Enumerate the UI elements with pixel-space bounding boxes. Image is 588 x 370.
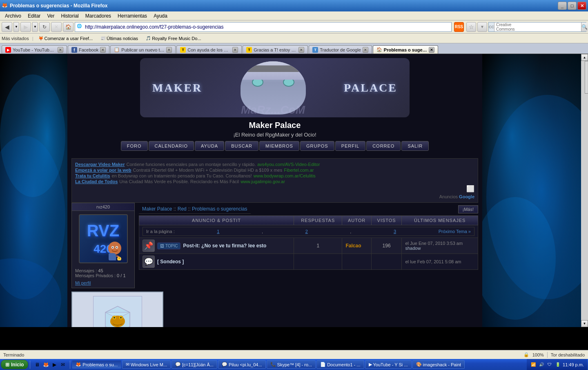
reload-button[interactable]: ↻ [39,22,50,32]
last-user-link-0[interactable]: shadow [405,246,421,251]
scroll-down-button[interactable]: ▼ [581,320,588,327]
taskbar-item-0[interactable]: 🦊 Problemas o su... [72,360,121,369]
page-2-link[interactable]: 2 [305,229,308,234]
back-dropdown[interactable]: ▼ [13,22,19,32]
menu-herramientas[interactable]: Herramientas [114,12,150,20]
user-avatar: RVZ420 [79,214,128,263]
tray-security[interactable]: 🛡 [546,361,553,368]
bookmark-star[interactable]: ☆ [466,22,476,32]
tab-problemas-close[interactable]: ✕ [429,47,434,53]
tab-traductor[interactable]: T Traductor de Google ✕ [309,45,372,54]
scroll-thumb[interactable] [585,61,588,94]
breadcrumb-link-1[interactable]: Red [178,206,187,212]
nav-ayuda[interactable]: Ayuda [195,141,224,151]
user-profile-link[interactable]: Mi perfil [72,280,134,288]
menu-editar[interactable]: Editar [24,12,44,20]
ql-desktop[interactable]: 🖥 [33,361,41,368]
ad-title-0[interactable]: Descargar Video Maker [75,162,125,167]
tab-gracias[interactable]: T Gracias a T! estoy en una pu... ✕ [243,45,308,54]
menu-ayuda[interactable]: Ayuda [150,12,171,20]
topic-title-1[interactable]: [ Sondeos ] [157,259,184,265]
nav-buscar[interactable]: Buscar [225,141,258,151]
tab-traductor-close[interactable]: ✕ [363,47,368,53]
menu-marcadores[interactable]: Marcadores [82,12,114,20]
nav-perfil[interactable]: Perfil [335,141,366,151]
tab-new-topic-close[interactable]: ✕ [166,47,172,53]
ql-firefox[interactable]: 🦊 [42,361,49,368]
scroll-up-button[interactable]: ▲ [581,54,588,61]
new-topic-favicon: 📋 [114,47,120,53]
menu-ver[interactable]: Ver [44,12,58,20]
nav-correo[interactable]: Correo [366,141,401,151]
tab-facebook[interactable]: f Facebook ✕ [68,45,109,54]
taskbar-icon-2: 💬 [175,362,181,367]
tab-gracias-close[interactable]: ✕ [298,47,304,53]
nav-grupos[interactable]: Grupos [300,141,334,151]
next-topic-link[interactable]: Próximo Tema » [439,229,471,234]
bookmark-news[interactable]: 📰 Últimas noticias [97,34,141,43]
breadcrumb-link-0[interactable]: Maker Palace [142,206,172,212]
tab-youtube[interactable]: ▶ YouTube - YouTube de rodrig... ✕ [2,45,67,54]
page-1-link[interactable]: 1 [217,229,219,234]
ql-messenger[interactable]: ✉ [59,361,67,368]
tray-volume[interactable]: 🔊 [538,361,545,368]
topic-title-0[interactable]: Post-it: ¿No se ve tu firma? lee esto [183,243,266,249]
pagination-row: Ir a la página : 1 , 2 , 3 Próximo Tema … [139,225,478,238]
taskbar: ⊞ Inicio 🖥 🦊 ▶ ✉ 🦊 Problemas o su... ✉ W… [0,359,588,370]
stop-button[interactable]: ✕ [51,22,62,32]
search-engine-icon[interactable]: CC [489,22,494,31]
back-button[interactable]: ◀ [2,22,12,32]
replies-0: 1 [294,238,342,254]
nav-menu: Foro Calendario Ayuda Buscar Miembros Gr… [71,141,478,151]
tab-facebook-close[interactable]: ✕ [100,47,106,53]
svg-point-20 [120,317,122,318]
menu-archivo[interactable]: Archivo [2,12,24,20]
nav-calendario[interactable]: Calendario [149,141,194,151]
tray-battery[interactable]: 🔋 [555,361,561,368]
ad-title-2[interactable]: Trata tu Celulitis [75,173,110,178]
tray-network[interactable]: 📶 [530,361,537,368]
taskbar-item-3[interactable]: 💬 Piluu <pi.lu_04... [218,360,266,369]
rss-button[interactable]: RSS [454,22,464,32]
bookmark-music[interactable]: 🎵 Royalty Free Music Do... [143,34,204,43]
taskbar-item-7[interactable]: 🎨 imageshack - Paint [412,360,465,369]
taskbar-item-1[interactable]: ✉ Windows Live M... [122,360,171,369]
forward-dropdown[interactable]: ▼ [32,22,38,32]
tab-new-topic[interactable]: 📋 Publicar un nuevo tema ✕ [110,45,176,54]
taskbar-item-4[interactable]: 📞 Skype™ [4] - ro... [267,360,316,369]
author-link-0[interactable]: Falcao [345,243,361,249]
image-placeholder-container: Domain Unregistered. To view, register a… [71,292,135,327]
bookmark-list[interactable]: ▼ [477,22,487,32]
tab-problemas[interactable]: 🏠 Problemas o sugerencias ✕ [373,45,438,54]
address-input[interactable] [85,24,450,30]
ql-media[interactable]: ▶ [51,361,58,368]
mas-button[interactable]: ¡Más! [458,205,479,213]
page-3-link[interactable]: 3 [394,229,396,234]
menu-bar: Archivo Editar Ver Historial Marcadores … [0,11,588,20]
tab-simpsons-close[interactable]: ✕ [232,47,238,53]
forward-button[interactable]: ▶ [20,22,31,32]
tab-simpsons[interactable]: T Con ayuda de los Simpson! M... ✕ [176,45,242,54]
breadcrumb-link-2[interactable]: Problemas o sugerencias [192,206,247,212]
ad-title-3[interactable]: La Ciudad de Todos [75,179,118,184]
search-input[interactable] [517,24,581,30]
main-content: Maker Palace :: Red :: Problemas o suger… [139,203,478,327]
taskbar-item-5[interactable]: 📄 Documento1 - ... [316,360,364,369]
start-button[interactable]: ⊞ Inicio [1,360,28,369]
nav-salir[interactable]: Salir [401,141,429,151]
minimize-button[interactable]: _ [558,2,567,10]
tab-youtube-close[interactable]: ✕ [58,47,63,53]
ad-title-1[interactable]: Empezá a volar por la web [75,168,131,173]
search-go-button[interactable]: 🔍 [581,22,588,31]
bookmark-firefox[interactable]: 🦊 Comenzar a usar Firef... [35,34,96,43]
svg-point-19 [114,317,115,318]
menu-historial[interactable]: Historial [58,12,82,20]
taskbar-item-6[interactable]: ▶ YouTube - Y Si ... [365,360,412,369]
maximize-button[interactable]: □ [568,2,577,10]
home-button[interactable]: 🏠 [63,22,74,32]
status-bar: Terminado 🔒 100% Tor deshabilitado [0,350,588,359]
taskbar-item-2[interactable]: 💬 [c=11][Jüän Â... [172,360,217,369]
nav-miembros[interactable]: Miembros [259,141,299,151]
nav-foro[interactable]: Foro [121,141,148,151]
close-button[interactable]: ✕ [577,2,586,10]
